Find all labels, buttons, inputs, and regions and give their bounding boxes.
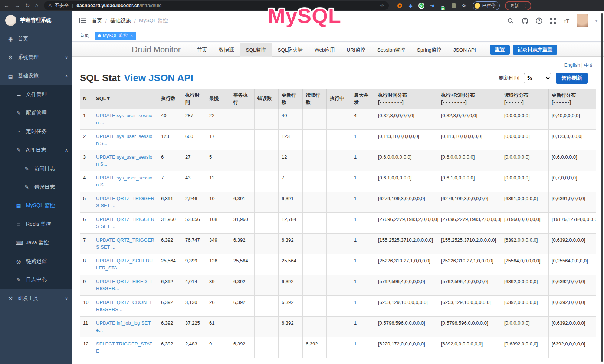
- druid-nav-首页[interactable]: 首页: [191, 43, 213, 57]
- green-y-extension-icon[interactable]: y: [418, 3, 424, 9]
- page-url[interactable]: dashboard.yudao.iocoder.cn/infra/druid: [76, 3, 161, 8]
- help-icon[interactable]: ?: [536, 17, 542, 24]
- tag-close-icon[interactable]: ×: [130, 33, 133, 39]
- sidebar-item-研发工具[interactable]: ⚒研发工具∨: [0, 289, 72, 308]
- bookmark-star-icon[interactable]: ☆: [380, 3, 384, 9]
- sidebar-item-访问日志[interactable]: ✎访问日志: [0, 159, 72, 178]
- column-header-事务执行[interactable]: 事务执行: [230, 89, 255, 109]
- fullscreen-icon[interactable]: [550, 17, 557, 24]
- druid-nav-数据源[interactable]: 数据源: [213, 43, 240, 57]
- sql-statement-link[interactable]: UPDATE QRTZ_TRIGGERS SET ...: [96, 237, 154, 250]
- column-header-执行时间分布[interactable]: 执行时间分布[- - - - - - - -]: [375, 89, 438, 109]
- data-cell: [0,6391,0,0,0,0]: [549, 192, 596, 212]
- column-header-读取行数[interactable]: 读取行数: [303, 89, 327, 109]
- sql-statement-link[interactable]: UPDATE sys_user_session S...: [96, 175, 152, 188]
- breadcrumb-item[interactable]: 基础设施: [110, 17, 131, 24]
- tag-首页[interactable]: 首页: [77, 32, 92, 40]
- sql-statement-link[interactable]: UPDATE sys_user_session ...: [96, 113, 152, 126]
- view-json-api-link[interactable]: View JSON API: [124, 72, 193, 84]
- lang-chinese-link[interactable]: 中文: [584, 62, 594, 68]
- tag-MySQL 监控[interactable]: MySQL 监控×: [95, 32, 136, 40]
- chevron-down-icon: ∨: [65, 296, 68, 301]
- sql-statement-link[interactable]: UPDATE QRTZ_FIRED_TRIGGER...: [96, 279, 152, 292]
- column-header-执行数[interactable]: 执行数: [158, 89, 182, 109]
- sql-statement-link[interactable]: UPDATE QRTZ_SCHEDULER_STA...: [96, 258, 153, 271]
- column-header-最慢[interactable]: 最慢: [206, 89, 230, 109]
- sidebar-item-日志中心[interactable]: ✎日志中心: [0, 271, 72, 289]
- lang-english-link[interactable]: English: [564, 62, 580, 68]
- user-menu-caret-icon[interactable]: ▾: [595, 19, 597, 23]
- sidebar-item-错误日志[interactable]: ✎错误日志: [0, 178, 72, 196]
- sidebar-item-文件管理[interactable]: ☁文件管理: [0, 85, 72, 104]
- user-avatar[interactable]: [577, 14, 588, 27]
- home-icon[interactable]: ⌂: [35, 0, 39, 11]
- sql-statement-link[interactable]: UPDATE QRTZ_CRON_TRIGGERS...: [96, 300, 152, 312]
- security-label[interactable]: 不安全: [55, 3, 69, 9]
- sidebar-item-基础设施[interactable]: ▤基础设施∧: [0, 67, 72, 85]
- pause-refresh-button[interactable]: 暂停刷新: [556, 73, 588, 84]
- column-header-执行时间[interactable]: 执行时间: [182, 89, 206, 109]
- squares-extension-icon[interactable]: ▪▪◆: [429, 3, 435, 9]
- data-cell: 10: [206, 192, 230, 212]
- sidebar-item-链路追踪[interactable]: ◎链路追踪: [0, 252, 72, 271]
- puzzle-extensions-icon[interactable]: ⚩: [462, 3, 467, 9]
- column-header-最大并发[interactable]: 最大并发: [351, 89, 375, 109]
- sidebar-item-MySQL 监控[interactable]: ▦MySQL 监控: [0, 196, 72, 215]
- github-icon[interactable]: [522, 17, 528, 24]
- druid-nav-SQL监控[interactable]: SQL监控: [240, 43, 272, 57]
- sidebar-item-Redis 监控[interactable]: ≣Redis 监控: [0, 215, 72, 234]
- refresh-interval-select[interactable]: 5s: [524, 73, 551, 83]
- column-header-错误数[interactable]: 错误数: [255, 89, 279, 109]
- sql-statement-link[interactable]: UPDATE sys_user_session S...: [96, 133, 152, 146]
- browser-update-button[interactable]: 更新 ⋮: [505, 1, 531, 10]
- orange-ring-extension-icon[interactable]: [397, 3, 403, 9]
- back-icon[interactable]: ←: [4, 0, 9, 11]
- data-cell: 6,392: [303, 337, 327, 358]
- sidebar-item-API 日志[interactable]: ✎API 日志∧: [0, 141, 72, 159]
- redis-layers-icon: ≣: [16, 221, 22, 227]
- column-header-更新行分布[interactable]: 更新行分布[- - - - - -]: [549, 89, 596, 109]
- blue-gem-extension-icon[interactable]: ◆: [408, 3, 414, 9]
- column-header-label: 错误数: [257, 96, 272, 101]
- druid-nav-Web应用[interactable]: Web应用: [309, 43, 341, 57]
- column-header-SQL▼[interactable]: SQL▼: [93, 89, 158, 109]
- data-cell: [255, 316, 279, 337]
- data-cell: [327, 275, 351, 295]
- column-header-N[interactable]: N: [80, 89, 93, 109]
- profile-paused-pill[interactable]: 已暂停: [473, 1, 500, 10]
- sidebar-item-系统管理[interactable]: ⚙系统管理∨: [0, 48, 72, 67]
- druid-nav-SQL防火墙[interactable]: SQL防火墙: [272, 43, 309, 57]
- druid-nav-Session监控[interactable]: Session监控: [371, 43, 411, 57]
- page-scrollbar[interactable]: [601, 13, 603, 362]
- sidebar-item-Java 监控[interactable]: ⌨Java 监控: [0, 234, 72, 252]
- breadcrumb-item[interactable]: 首页: [92, 17, 102, 24]
- tag-label: 首页: [80, 33, 89, 39]
- column-header-更新行数[interactable]: 更新行数: [279, 89, 303, 109]
- reload-icon[interactable]: ↻: [25, 0, 30, 11]
- druid-nav-JSON API[interactable]: JSON API: [447, 43, 482, 57]
- list-on-extension-icon[interactable]: ≡on: [440, 3, 446, 9]
- sql-statement-link[interactable]: UPDATE inf_job_log SET e...: [96, 320, 151, 333]
- sidebar-logo[interactable]: 芋道管理系统: [0, 11, 72, 30]
- sql-statement-link[interactable]: UPDATE sys_user_session S...: [96, 154, 152, 167]
- font-size-icon[interactable]: TT: [564, 18, 569, 24]
- search-icon[interactable]: [508, 17, 514, 24]
- reset-button[interactable]: 重置: [490, 45, 510, 55]
- sql-statement-link[interactable]: UPDATE QRTZ_TRIGGERS SET ...: [96, 216, 154, 229]
- forward-icon[interactable]: →: [14, 0, 20, 11]
- browser-menu-dots-icon[interactable]: ⋮: [523, 3, 528, 9]
- column-header-执行+RS时分布[interactable]: 执行+RS时分布[- - - - - - - -]: [438, 89, 501, 109]
- data-cell: 1: [351, 275, 375, 295]
- sidebar-item-定时任务[interactable]: ◔定时任务: [0, 122, 72, 141]
- druid-nav-Spring监控[interactable]: Spring监控: [411, 43, 447, 57]
- log-and-reset-button[interactable]: 记录日志并重置: [513, 45, 558, 55]
- sidebar-item-配置管理[interactable]: ✎配置管理: [0, 104, 72, 122]
- sidebar-collapse-icon[interactable]: [79, 18, 86, 24]
- gray-blob-extension-icon[interactable]: [451, 3, 457, 9]
- sidebar-item-首页[interactable]: ◉首页: [0, 30, 72, 48]
- column-header-执行中[interactable]: 执行中: [327, 89, 351, 109]
- sql-statement-link[interactable]: UPDATE QRTZ_TRIGGERS SET ...: [96, 196, 154, 209]
- druid-nav-URI监控[interactable]: URI监控: [341, 43, 371, 57]
- sql-statement-link[interactable]: SELECT TRIGGER_STATE: [96, 341, 152, 354]
- column-header-读取行分布[interactable]: 读取行分布[- - - - - -]: [501, 89, 549, 109]
